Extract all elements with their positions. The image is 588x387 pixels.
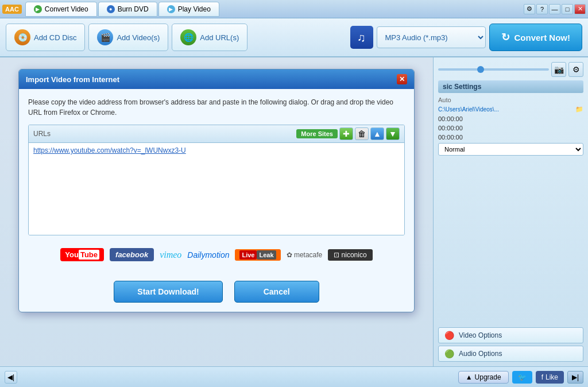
next-icon: ▶| <box>572 373 579 381</box>
supported-sites: YouTube facebook vimeo Dailymotion LiveL… <box>28 241 405 269</box>
nav-left-button[interactable]: ◀| <box>5 371 17 384</box>
modal-description: Please copy the video address from brows… <box>28 97 405 118</box>
maximize-button[interactable]: □ <box>562 4 573 14</box>
modal-header: Import Video from Internet ✕ <box>19 69 414 89</box>
start-download-button[interactable]: Start Download! <box>114 281 222 303</box>
upgrade-arrow-icon: ▲ <box>466 373 473 381</box>
delete-url-button[interactable]: 🗑 <box>355 127 369 140</box>
window-controls: ⚙ ? — □ ✕ <box>524 4 586 14</box>
toolbar: 💿 Add CD Disc 🎬 Add Video(s) 🌐 Add URL(s… <box>0 18 588 57</box>
upgrade-label: Upgrade <box>475 373 501 381</box>
close-button[interactable]: ✕ <box>574 4 586 14</box>
burn-dvd-label: Burn DVD <box>118 5 149 13</box>
play-video-label: Play Video <box>178 5 211 13</box>
add-url-label: Add URL(s) <box>200 33 239 42</box>
video-options-button[interactable]: 🔴 Video Options <box>438 327 583 343</box>
niconico-logo: ⊡ niconico <box>328 249 372 261</box>
move-url-up-button[interactable]: ▲ <box>370 127 384 140</box>
modal-title: Import Video from Internet <box>26 75 119 84</box>
play-video-icon: ▶ <box>167 5 175 13</box>
format-selector: ♫ MP3 Audio (*.mp3) ↻ Convert Now! <box>350 24 583 51</box>
dailymotion-logo: Dailymotion <box>187 250 229 260</box>
volume-slider-row: 📷 ⚙ <box>438 62 583 77</box>
time1-row: 00:00:00 <box>438 115 583 122</box>
modal-body: Please copy the video address from brows… <box>19 89 414 277</box>
time2-row: 00:00:00 <box>438 125 583 131</box>
twitter-icon: 🐦 <box>518 373 527 381</box>
left-panel: Import Video from Internet ✕ Please copy… <box>0 57 433 366</box>
path-setting-row: C:\Users\Ariel\Videos\... 📁 <box>438 106 583 113</box>
move-url-down-button[interactable]: ▼ <box>386 127 400 140</box>
youtube-logo: YouTube <box>60 248 104 261</box>
upgrade-button[interactable]: ▲ Upgrade <box>458 371 509 384</box>
cd-disc-icon: 💿 <box>14 29 30 45</box>
liveleak-logo: LiveLeak <box>235 249 280 261</box>
modal-footer: Start Download! Cancel <box>19 277 414 312</box>
next-button[interactable]: ▶| <box>567 371 583 384</box>
status-bar: ◀| ▲ Upgrade 🐦 f Like ▶| <box>0 366 588 387</box>
modal-close-button[interactable]: ✕ <box>397 74 407 84</box>
status-right: ▲ Upgrade 🐦 f Like ▶| <box>458 371 583 384</box>
like-label: Like <box>546 373 558 381</box>
video-options-icon: 🔴 <box>444 331 454 340</box>
audio-options-icon: 🟢 <box>444 349 454 358</box>
facebook-icon: f <box>541 373 543 381</box>
main-content: Import Video from Internet ✕ Please copy… <box>0 57 588 366</box>
url-list: https://www.youtube.com/watch?v=_lWUNwxz… <box>29 143 404 235</box>
vimeo-logo: vimeo <box>160 250 181 260</box>
refresh-icon: ↻ <box>501 31 510 44</box>
settings-icon-button[interactable]: ⚙ <box>568 62 583 77</box>
slider-thumb <box>477 66 484 73</box>
time3-value: 00:00:00 <box>438 134 463 141</box>
url-header-label: URLs <box>33 130 51 138</box>
minimize-button[interactable]: — <box>549 4 560 14</box>
convert-now-button[interactable]: ↻ Convert Now! <box>489 24 583 51</box>
tab-play-video[interactable]: ▶ Play Video <box>158 2 219 17</box>
audio-options-label: Audio Options <box>459 350 502 358</box>
add-video-button[interactable]: 🎬 Add Video(s) <box>88 24 168 51</box>
settings-button[interactable]: ⚙ <box>524 4 535 14</box>
burn-dvd-icon: ● <box>107 5 115 13</box>
tab-burn-dvd[interactable]: ● Burn DVD <box>98 2 157 17</box>
screenshot-icon-button[interactable]: 📷 <box>551 62 566 77</box>
option-buttons: 🔴 Video Options 🟢 Audio Options <box>438 327 583 362</box>
time3-row: 00:00:00 <box>438 134 583 141</box>
volume-slider[interactable] <box>438 68 549 71</box>
add-cd-disc-button[interactable]: 💿 Add CD Disc <box>6 24 85 51</box>
add-cd-label: Add CD Disc <box>34 33 76 42</box>
add-video-icon: 🎬 <box>97 29 113 45</box>
url-table: URLs More Sites ✚ 🗑 ▲ ▼ https://www.yout… <box>28 125 405 235</box>
help-button[interactable]: ? <box>536 4 548 14</box>
facebook-logo: facebook <box>110 248 154 261</box>
time1-value: 00:00:00 <box>438 115 463 122</box>
more-sites-button[interactable]: More Sites <box>296 129 338 138</box>
audio-options-button[interactable]: 🟢 Audio Options <box>438 346 583 362</box>
video-options-label: Video Options <box>459 331 502 339</box>
convert-video-label: Convert Video <box>45 5 88 13</box>
import-video-modal: Import Video from Internet ✕ Please copy… <box>18 69 415 312</box>
browse-icon[interactable]: 📁 <box>575 106 583 113</box>
auto-setting-row: Auto <box>438 96 583 103</box>
auto-value: Auto <box>438 96 451 103</box>
modal-overlay: Import Video from Internet ✕ Please copy… <box>0 57 433 366</box>
url-table-header: URLs More Sites ✚ 🗑 ▲ ▼ <box>29 125 404 143</box>
facebook-like-button[interactable]: f Like <box>536 371 564 384</box>
title-bar: AAC ▶ Convert Video ● Burn DVD ▶ Play Vi… <box>0 0 588 18</box>
output-path[interactable]: C:\Users\Ariel\Videos\... <box>438 106 499 113</box>
speed-select[interactable]: Normal <box>438 143 583 156</box>
twitter-button[interactable]: 🐦 <box>512 371 532 384</box>
cancel-button[interactable]: Cancel <box>234 281 319 303</box>
convert-video-icon: ▶ <box>34 5 42 13</box>
music-icon: ♫ <box>350 26 373 49</box>
tab-convert-video[interactable]: ▶ Convert Video <box>25 2 97 17</box>
metacafe-logo: ✿ metacafe <box>287 251 323 259</box>
app-logo: AAC <box>2 5 22 14</box>
format-dropdown[interactable]: MP3 Audio (*.mp3) <box>377 26 486 48</box>
right-panel: 📷 ⚙ sic Settings Auto C:\Users\Ariel\Vid… <box>433 57 588 366</box>
add-video-label: Add Video(s) <box>117 33 160 42</box>
url-actions: More Sites ✚ 🗑 ▲ ▼ <box>296 127 400 140</box>
time2-value: 00:00:00 <box>438 125 463 131</box>
add-url-button[interactable]: 🌐 Add URL(s) <box>172 24 247 51</box>
url-entry[interactable]: https://www.youtube.com/watch?v=_lWUNwxz… <box>33 146 400 154</box>
add-url-row-button[interactable]: ✚ <box>339 127 353 140</box>
